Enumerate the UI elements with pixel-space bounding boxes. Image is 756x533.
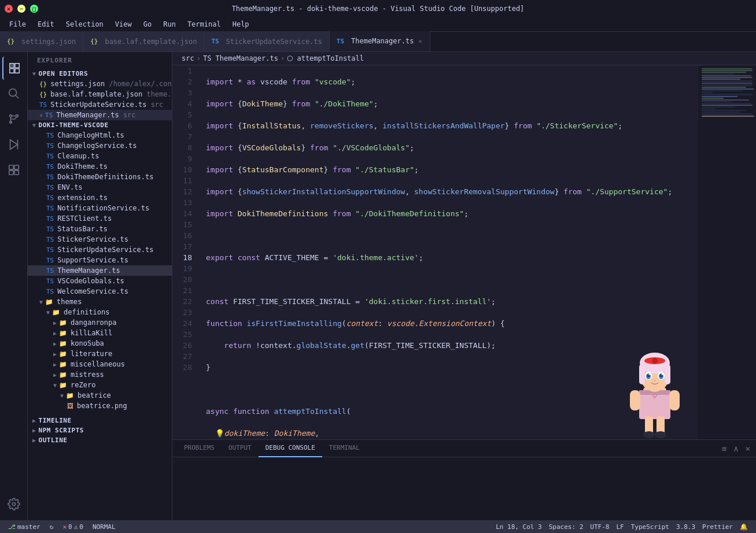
- status-git-branch[interactable]: ⎇ master: [5, 520, 44, 533]
- close-window-button[interactable]: ×: [5, 5, 13, 13]
- menu-view[interactable]: View: [110, 19, 137, 29]
- open-editor-theme-manager[interactable]: × TS ThemeManager.ts src: [28, 110, 172, 120]
- menu-help[interactable]: Help: [228, 19, 254, 29]
- folder-mistress[interactable]: ▶ 📁 mistress: [28, 369, 172, 380]
- folder-themes[interactable]: ▼ 📁 themes: [28, 297, 172, 307]
- folder-label: literature: [71, 350, 112, 358]
- tab-base-laf[interactable]: {} base.laf.template.json: [83, 31, 204, 51]
- folder-label: definitions: [64, 308, 109, 316]
- folder-definitions[interactable]: ▼ 📁 definitions: [28, 307, 172, 317]
- section-label-npm: NPM SCRIPTS: [39, 427, 84, 434]
- file-rest-client[interactable]: TS RESTClient.ts: [28, 213, 172, 224]
- file-extension[interactable]: TS extension.ts: [28, 193, 172, 203]
- folder-danganronpa[interactable]: ▶ 📁 danganronpa: [28, 317, 172, 328]
- folder-konoSuba[interactable]: ▶ 📁 konoSuba: [28, 338, 172, 349]
- menu-edit[interactable]: Edit: [33, 19, 59, 29]
- panel-tab-output[interactable]: OUTPUT: [222, 440, 259, 457]
- file-beatrice-png[interactable]: 🖼 beatrice.png: [28, 401, 172, 411]
- status-notifications[interactable]: 🔔: [736, 520, 751, 533]
- arrow-icon: ▶: [53, 361, 57, 368]
- file-vscode-globals[interactable]: TS VSCodeGlobals.ts: [28, 276, 172, 286]
- status-errors[interactable]: ✕ 0 ⚠ 0: [59, 520, 87, 533]
- status-position[interactable]: Ln 18, Col 3: [492, 520, 545, 533]
- folder-beatrice[interactable]: ▼ 📁 beatrice: [28, 390, 172, 401]
- file-doki-theme-definitions[interactable]: TS DokiThemeDefinitions.ts: [28, 172, 172, 182]
- file-notification-service[interactable]: TS NotificationService.ts: [28, 203, 172, 213]
- section-project[interactable]: ▼ DOKI-THEME-VSCODE: [28, 120, 172, 130]
- open-editor-sticker-update[interactable]: TS StickerUpdateService.ts src: [28, 99, 172, 110]
- ts-icon: TS: [46, 194, 54, 202]
- menu-selection[interactable]: Selection: [61, 19, 108, 29]
- panel-collapse-button[interactable]: ∧: [732, 443, 739, 454]
- activity-explorer[interactable]: [2, 57, 25, 80]
- window-title: ThemeManager.ts - doki-theme-vscode - Vi…: [232, 5, 525, 13]
- status-sync[interactable]: ↻: [46, 520, 57, 533]
- open-editor-settings[interactable]: {} settings.json /home/alex/.con...: [28, 79, 172, 89]
- folder-killLaKill[interactable]: ▶ 📁 killLaKill: [28, 328, 172, 338]
- panel-filter-button[interactable]: ≡: [721, 443, 728, 454]
- breadcrumb-src[interactable]: src: [182, 54, 194, 62]
- code-line-1: import * as vscode from "vscode";: [201, 76, 698, 87]
- file-sticker-service[interactable]: TS StickerService.ts: [28, 234, 172, 245]
- code-container[interactable]: 1234567 891011121314 151617 18 192021222…: [172, 65, 698, 439]
- activity-run[interactable]: [2, 133, 25, 156]
- folder-icon: 📁: [59, 382, 67, 389]
- activity-source-control[interactable]: [2, 108, 25, 131]
- menu-go[interactable]: Go: [139, 19, 156, 29]
- panel-tab-debug-console[interactable]: DEBUG CONSOLE: [259, 440, 322, 457]
- file-doki-theme[interactable]: TS DokiTheme.ts: [28, 161, 172, 172]
- tab-theme-manager[interactable]: TS ThemeManager.ts ×: [330, 31, 431, 51]
- file-changelog-service[interactable]: TS ChangelogService.ts: [28, 140, 172, 151]
- file-support-service[interactable]: TS SupportService.ts: [28, 255, 172, 265]
- status-version[interactable]: 3.8.3: [673, 520, 699, 533]
- status-language[interactable]: TypeScript: [628, 520, 673, 533]
- file-env[interactable]: TS ENV.ts: [28, 182, 172, 193]
- arrow-icon: ▶: [32, 437, 36, 443]
- activity-settings[interactable]: [2, 493, 25, 516]
- section-outline[interactable]: ▶ OUTLINE: [28, 435, 172, 445]
- status-mode[interactable]: NORMAL: [89, 520, 119, 533]
- file-changelog-html[interactable]: TS ChangelogHtml.ts: [28, 130, 172, 140]
- sync-icon: ↻: [50, 523, 54, 531]
- file-welcome-service[interactable]: TS WelcomeService.ts: [28, 286, 172, 297]
- file-sticker-update-service[interactable]: TS StickerUpdateService.ts: [28, 245, 172, 255]
- panel-close-button[interactable]: ×: [744, 443, 751, 454]
- menu-run[interactable]: Run: [158, 19, 180, 29]
- folder-literature[interactable]: ▶ 📁 literature: [28, 349, 172, 359]
- tab-sticker-update[interactable]: TS StickerUpdateService.ts: [204, 31, 329, 51]
- maximize-window-button[interactable]: □: [30, 5, 38, 13]
- panel-tab-terminal[interactable]: TERMINAL: [322, 440, 367, 457]
- minimize-window-button[interactable]: −: [17, 5, 25, 13]
- section-timeline[interactable]: ▶ TIMELINE: [28, 416, 172, 425]
- ts-icon: TS: [46, 153, 54, 160]
- arrow-icon: ▼: [32, 122, 36, 128]
- file-cleanup[interactable]: TS Cleanup.ts: [28, 151, 172, 161]
- breadcrumb-file[interactable]: TS ThemeManager.ts: [203, 54, 278, 62]
- folder-reZero[interactable]: ▼ 📁 reZero: [28, 380, 172, 390]
- status-spaces[interactable]: Spaces: 2: [545, 520, 587, 533]
- status-line-ending[interactable]: LF: [613, 520, 627, 533]
- file-label: DokiThemeDefinitions.ts: [57, 173, 153, 181]
- tab-close-button[interactable]: ×: [417, 37, 423, 46]
- file-status-bar[interactable]: TS StatusBar.ts: [28, 224, 172, 234]
- section-npm-scripts[interactable]: ▶ NPM SCRIPTS: [28, 425, 172, 435]
- svg-rect-11: [14, 171, 18, 175]
- menu-file[interactable]: File: [5, 19, 31, 29]
- section-open-editors[interactable]: ▼ Open Editors: [28, 69, 172, 79]
- tab-label-theme-manager: ThemeManager.ts: [351, 37, 414, 45]
- close-icon[interactable]: ×: [39, 112, 43, 119]
- folder-miscellaneous[interactable]: ▶ 📁 miscellaneous: [28, 359, 172, 369]
- window-controls[interactable]: × − □: [5, 5, 38, 13]
- ts-icon: TS: [46, 225, 54, 233]
- status-encoding[interactable]: UTF-8: [587, 520, 613, 533]
- panel-tab-problems[interactable]: PROBLEMS: [177, 440, 222, 457]
- file-theme-manager[interactable]: TS ThemeManager.ts: [28, 265, 172, 276]
- status-formatter[interactable]: Prettier: [699, 520, 736, 533]
- activity-search[interactable]: [2, 82, 25, 105]
- activity-extensions[interactable]: [2, 158, 25, 182]
- menu-terminal[interactable]: Terminal: [183, 19, 226, 29]
- breadcrumb-symbol[interactable]: ⬡ attemptToInstall: [287, 54, 364, 62]
- open-editor-base-laf[interactable]: {} base.laf.template.json theme...: [28, 89, 172, 99]
- tab-settings[interactable]: {} settings.json: [0, 31, 83, 51]
- arrow-icon: ▶: [53, 372, 57, 378]
